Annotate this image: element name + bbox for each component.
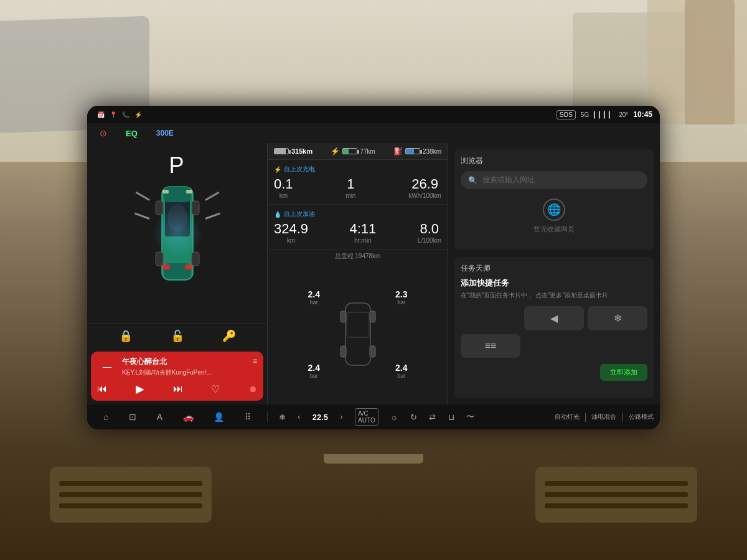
climate-controls: ❄ ‹ 22.5 › A/CAUTO ☼ ↻ ⇄ ⊔ 〜 <box>268 408 486 426</box>
apps-icon[interactable]: ⠿ <box>245 412 251 422</box>
music-title: 午夜心醉台北 <box>122 357 248 367</box>
unlock-icon[interactable]: 🔑 <box>222 329 236 343</box>
tire-car-svg <box>339 300 377 368</box>
trunk-open-icon[interactable]: 🔓 <box>171 329 184 343</box>
shortcut-navigation[interactable]: ◀ <box>524 306 584 330</box>
car-top-view <box>87 143 267 324</box>
fuel-stats-section: 💧 自上次加油 324.9 km 4:11 hr:min <box>268 205 448 250</box>
fuel-label: 💧 自上次加油 <box>274 210 441 218</box>
svg-rect-19 <box>370 346 375 357</box>
engine-warning-icon: ⊙ <box>100 128 107 138</box>
electric-label: ⚡ 自上次充电 <box>274 165 441 174</box>
search-icon: 🔍 <box>468 176 477 185</box>
time-display: 10:45 <box>633 110 652 119</box>
temperature-label: 20° <box>619 111 628 118</box>
car-action-icons: 🔒 🔓 🔑 <box>87 324 267 348</box>
electric-range: ⚡ 77km <box>331 147 375 156</box>
temperature-value: 22.5 <box>312 413 328 422</box>
music-widget[interactable]: — 午夜心醉台北 KEY.L刘聪/功夫胖KungFuPen/... ≡ ⏮ ▶ … <box>91 352 263 401</box>
prev-button[interactable]: ⏮ <box>97 383 107 394</box>
bottom-nav: ⌂ ⊡ A 🚗 👤 ⠿ <box>87 412 268 422</box>
fuel-consumption: 8.0 L/100km <box>418 222 441 244</box>
electric-distance: 0.1 km <box>274 177 293 199</box>
temperature-control: 22.5 <box>312 413 328 422</box>
tire-fr: 2.3 bar <box>395 289 407 306</box>
status-bar: 📅 📍 📞 ⚡ SOS 5G ▎▎▎▎ 20° 10:45 <box>87 106 660 123</box>
fuel-time: 4:11 hr:min <box>349 222 376 244</box>
vent-left <box>50 467 212 523</box>
browser-title: 浏览器 <box>461 156 647 166</box>
left-panel: P <box>87 143 268 404</box>
indicator-bar: ⊙ EQ 300E <box>87 123 660 143</box>
home-icon[interactable]: ⌂ <box>103 412 108 422</box>
music-eq-icon: ≡ <box>253 357 257 365</box>
electric-consumption: 26.9 kWh/100km <box>408 177 441 199</box>
right-panel: 浏览器 🔍 搜索或输入网址 🌐 暂无收藏网页 任务天师 添加快捷任务 在"我的"… <box>448 143 660 404</box>
total-range: 315km <box>274 147 312 155</box>
electric-time: 1 min <box>345 177 355 199</box>
infotainment-screen: 📅 📍 📞 ⚡ SOS 5G ▎▎▎▎ 20° 10:45 ⊙ EQ 300E … <box>87 106 660 429</box>
shortcut-fan[interactable]: ❄ <box>588 306 647 330</box>
browser-empty-state: 🌐 暂无收藏网页 <box>461 189 647 243</box>
person-icon[interactable]: 👤 <box>214 412 224 422</box>
temp-increase-btn[interactable]: › <box>341 413 343 421</box>
location-icon: 📍 <box>110 111 117 118</box>
drive-mode-labels: 自动灯光 | 油电混合 | 公路模式 <box>486 412 660 422</box>
sos-label[interactable]: SOS <box>557 110 576 119</box>
fuel-range: ⛽ 238km <box>393 147 441 156</box>
fan-icon[interactable]: ☼ <box>390 413 398 422</box>
shortcut-settings[interactable]: ≡≡ <box>461 334 520 358</box>
road-mode-label[interactable]: 公路模式 <box>629 413 654 421</box>
record-button[interactable]: ⏺ <box>248 384 257 394</box>
phone-icon: 📞 <box>122 111 129 118</box>
globe-icon: 🌐 <box>543 198 565 221</box>
temp-decrease-btn[interactable]: ‹ <box>298 413 300 421</box>
middle-panel: 315km ⚡ 77km ⛽ 238km <box>268 143 448 404</box>
like-button[interactable]: ♡ <box>211 383 220 395</box>
play-button[interactable]: ▶ <box>136 382 144 396</box>
font-icon[interactable]: A <box>157 412 162 422</box>
svg-rect-16 <box>341 311 346 322</box>
ac-auto-icon[interactable]: A/CAUTO <box>355 408 378 426</box>
svg-rect-6 <box>162 264 170 269</box>
eco-mode-icon: EQ <box>126 129 138 138</box>
car-icon[interactable]: 🚗 <box>183 412 194 422</box>
auto-lights-label[interactable]: 自动灯光 <box>555 413 580 421</box>
music-info: 午夜心醉台北 KEY.L刘聪/功夫胖KungFuPen/... <box>122 357 248 377</box>
search-placeholder: 搜索或输入网址 <box>482 175 535 185</box>
hybrid-mode-label[interactable]: 油电混合 <box>591 413 616 421</box>
empty-label: 暂无收藏网页 <box>533 225 575 234</box>
music-controls: ⏮ ▶ ⏭ ♡ ⏺ <box>97 382 257 396</box>
bottom-bar: ⌂ ⊡ A 🚗 👤 ⠿ ❄ ‹ 22.5 › A/CAUTO ☼ ↻ ⇄ ⊔ <box>87 404 660 429</box>
range-bar: 315km ⚡ 77km ⛽ 238km <box>268 143 448 160</box>
divider-2: | <box>621 412 624 422</box>
sync-icon[interactable]: ⇄ <box>429 413 436 422</box>
svg-rect-18 <box>341 346 346 357</box>
electric-stats-section: ⚡ 自上次充电 0.1 km 1 min <box>268 160 448 205</box>
music-thumbnail: — <box>97 357 117 376</box>
range-icon: 300E <box>156 129 174 138</box>
split-screen-icon[interactable]: ⊡ <box>129 412 136 422</box>
lock-icon[interactable]: 🔒 <box>119 329 133 343</box>
task-heading: 添加快捷任务 <box>461 278 647 289</box>
electric-stats-row: 0.1 km 1 min 26.9 kWh/100km <box>274 177 441 199</box>
total-mileage: 总里程 19478km <box>268 250 448 263</box>
tire-rr: 2.4 bar <box>395 363 407 379</box>
signal-bars: ▎▎▎▎ <box>594 111 614 118</box>
screen-bezel-bottom <box>324 454 423 464</box>
defrost-icon[interactable]: ❄ <box>279 413 286 422</box>
search-bar[interactable]: 🔍 搜索或输入网址 <box>461 171 647 189</box>
signal-label: 5G <box>581 111 589 118</box>
tire-rl: 2.4 bar <box>308 363 320 379</box>
calendar-icon: 📅 <box>97 111 105 118</box>
add-task-button[interactable]: 立即添加 <box>600 364 647 381</box>
rear-heat-icon[interactable]: ⊔ <box>448 413 454 422</box>
svg-rect-7 <box>185 264 192 269</box>
divider-1: | <box>585 412 587 422</box>
svg-rect-15 <box>347 312 369 337</box>
recirculate-icon[interactable]: ↻ <box>410 413 417 422</box>
tire-pressure-section: 2.4 bar 2.3 bar 2.4 bar 2.4 <box>268 263 448 404</box>
seat-heat-icon[interactable]: 〜 <box>466 411 474 422</box>
next-button[interactable]: ⏭ <box>173 383 183 394</box>
vent-right <box>535 467 697 523</box>
